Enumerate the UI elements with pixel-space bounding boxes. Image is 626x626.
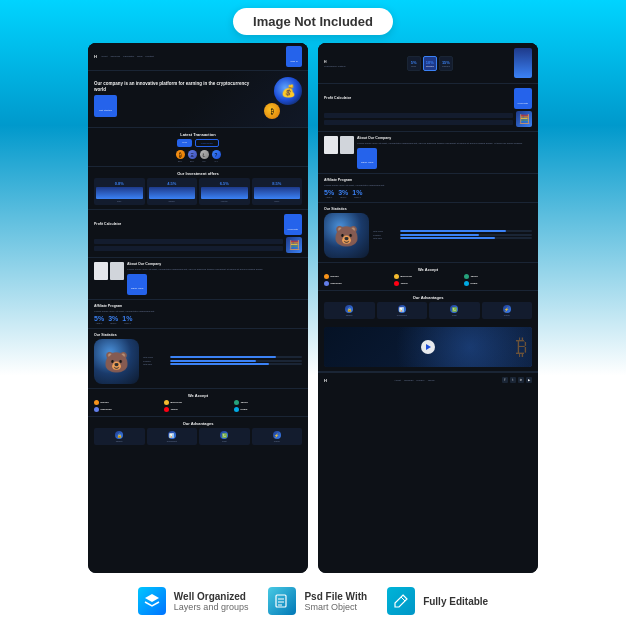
main-preview-area: H About Services Calculator Blog Contact… — [0, 43, 626, 573]
ripple-dot-right — [464, 281, 469, 286]
stat-value-2: 6.5% — [201, 181, 248, 186]
footer-link-services[interactable]: Services — [404, 379, 414, 382]
calc-btn-label-left: Calculate — [288, 228, 298, 231]
adv-r-1-text: Security — [326, 314, 373, 316]
right-preview-card: H Cryptocurrency Platform 5% Basic 10% S… — [318, 43, 538, 573]
tron-dot-right — [394, 281, 399, 286]
adv-r-4-icon: ⚡ — [503, 305, 511, 313]
tx-item-other: ? ALT — [212, 150, 221, 162]
accept-grid-left: bitcoin BINANCE Tether ethereum — [94, 400, 302, 412]
nav-link-about: About — [101, 55, 108, 58]
footer-link-terms[interactable]: Terms — [428, 379, 435, 382]
load-more-btn[interactable]: Load More — [195, 139, 219, 147]
feature-psd-label: Psd File With — [304, 591, 367, 602]
affiliate-desc-right: Lorem ipsum dolor sit amet, consectetur … — [324, 184, 532, 188]
latest-transaction-section: Latest Transaction Live Load More ₿ BTC … — [88, 128, 308, 167]
tx-item-eth: Ξ ETH — [188, 150, 197, 162]
bar-paid-track — [170, 363, 302, 365]
feature-layers-text: Well Organized Layers and groups — [174, 591, 249, 612]
bar-right-1-fill — [400, 230, 506, 232]
bar-right-1-track — [400, 230, 532, 232]
tether-dot-right — [464, 274, 469, 279]
stat-value-0: 0.8% — [96, 181, 143, 186]
profit-icon: 💹 — [220, 431, 228, 439]
calc-btn-right[interactable]: Calculate — [514, 88, 532, 109]
binance-dot — [164, 400, 169, 405]
affiliate-desc-left: Lorem ipsum dolor sit amet, consectetur … — [94, 310, 302, 314]
left-nav-links: About Services Calculator Blog Contact — [101, 55, 282, 58]
tx-item-ltc: Ł LTC — [200, 150, 209, 162]
investment-stats-grid: 0.8% Daily 4.5% Weekly 6.5% Monthly — [94, 178, 302, 205]
we-accept-title-left: We Accept — [94, 393, 302, 398]
tron-label-right: TRON — [401, 282, 408, 285]
bar-users-track — [170, 356, 302, 358]
accept-tether-right: Tether — [464, 274, 532, 279]
footer-link-privacy[interactable]: Privacy — [417, 379, 425, 382]
social-youtube[interactable]: ▶ — [526, 377, 532, 383]
advantages-title-right: Our Advantages — [324, 295, 532, 300]
right-card-inner: H Cryptocurrency Platform 5% Basic 10% S… — [318, 43, 538, 573]
left-nav: H About Services Calculator Blog Contact… — [88, 43, 308, 71]
about-title-left: About Our Company — [127, 262, 302, 266]
affiliate-title-right: Affiliate Program — [324, 178, 532, 182]
ripple-label: ripple — [241, 408, 248, 411]
pricing-standard: 10% Standard — [423, 56, 437, 71]
feature-psd-text: Psd File With Smart Object — [304, 591, 367, 612]
bar-invested-label: Invested — [143, 360, 168, 362]
play-triangle-icon — [426, 344, 431, 350]
we-accept-section-right: We Accept bitcoin BINANCE Tether — [318, 263, 538, 291]
social-twitter[interactable]: t — [510, 377, 516, 383]
level-3-value-right: 1% — [352, 189, 362, 196]
statistics-visual-right: 🐻 Total Users Invested — [324, 213, 532, 258]
nav-cta-btn[interactable]: Sign In — [286, 46, 302, 67]
about-docs-right — [324, 136, 354, 169]
footer-link-about[interactable]: About — [394, 379, 401, 382]
play-button[interactable] — [421, 340, 435, 354]
adv-security: 🔒 Security — [94, 428, 145, 445]
pricing-standard-value: 10% — [426, 60, 434, 65]
bar-right-2: Invested — [373, 234, 532, 236]
accept-grid-right: bitcoin BINANCE Tether ethereum — [324, 274, 532, 286]
adv-speed: ⚡ Speed — [252, 428, 303, 445]
advantages-title-left: Our Advantages — [94, 421, 302, 426]
feature-editable-text: Fully Editable — [423, 596, 488, 607]
nav-link-blog: Blog — [137, 55, 142, 58]
statistics-title-right: Our Statistics — [324, 207, 532, 211]
hero-cta-button[interactable]: Get Started — [94, 95, 117, 117]
stat-card-0: 0.8% Daily — [94, 178, 145, 205]
accept-tron-right: TRON — [394, 281, 462, 286]
watermark-badge: Image Not Included — [233, 8, 393, 35]
we-accept-section-left: We Accept bitcoin BINANCE Tether — [88, 389, 308, 417]
psd-icon — [274, 593, 290, 609]
calc-btn-left[interactable]: Calculate — [284, 214, 302, 235]
feature-layers: Well Organized Layers and groups — [138, 587, 249, 615]
psd-icon-box — [268, 587, 296, 615]
social-facebook[interactable]: f — [502, 377, 508, 383]
ethereum-label: ethereum — [101, 408, 112, 411]
profit-calc-title-right: Profit Calculator — [324, 96, 351, 100]
transparency-icon: 📊 — [168, 431, 176, 439]
pricing-premium-label: Premium — [442, 65, 450, 67]
hero-text-block: Our company is an innovative platform fo… — [94, 81, 258, 118]
left-card-inner: H About Services Calculator Blog Contact… — [88, 43, 308, 573]
adv-r-1: 🔒 Security — [324, 302, 375, 319]
pricing-basic-label: Basic — [410, 65, 418, 67]
level-3-value-left: 1% — [122, 315, 132, 322]
level-2-left: 3% Level 2 — [108, 315, 118, 324]
social-instagram[interactable]: in — [518, 377, 524, 383]
live-btn[interactable]: Live — [177, 139, 192, 147]
adv-r-2: 📊 Transparent — [377, 302, 428, 319]
about-read-more-btn[interactable]: Read More — [127, 274, 147, 295]
advantages-section-left: Our Advantages 🔒 Security 📊 Transparent … — [88, 417, 308, 449]
doc-icon-2 — [110, 262, 124, 280]
ethereum-dot — [94, 407, 99, 412]
profit-calc-title-left: Profit Calculator — [94, 222, 121, 226]
stat-label-0: Daily — [96, 200, 143, 202]
video-player[interactable]: ₿ — [324, 327, 532, 367]
tether-label: Tether — [241, 401, 248, 404]
nav-link-calc: Calculator — [123, 55, 134, 58]
statistics-bars-left: Total Users Invested Total — [143, 356, 302, 367]
about-read-more-btn-right[interactable]: Read More — [357, 148, 377, 169]
accept-bitcoin: bitcoin — [94, 400, 162, 405]
video-section: ₿ — [318, 323, 538, 372]
